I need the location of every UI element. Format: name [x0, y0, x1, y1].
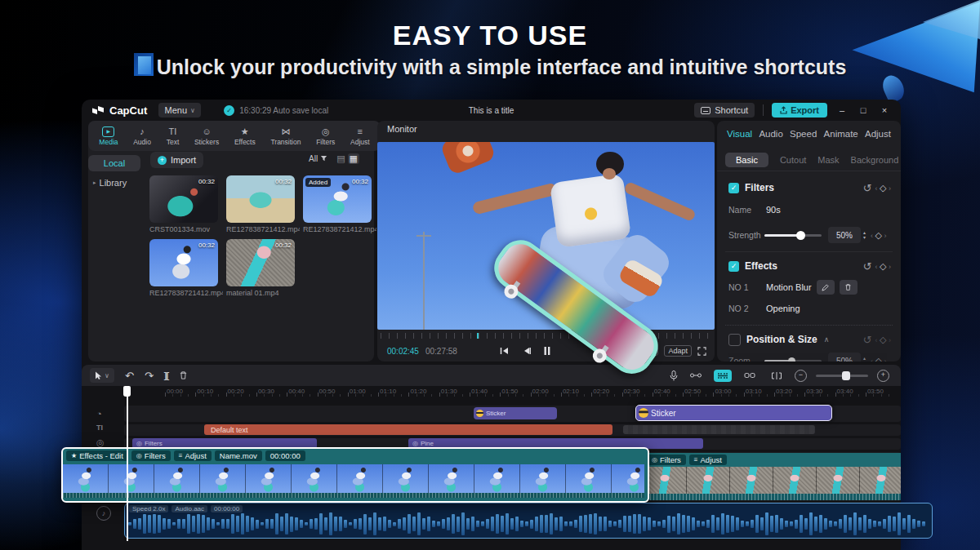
- media-tab-adjust[interactable]: ≡Adjust: [350, 126, 370, 146]
- undo-button[interactable]: ↶: [125, 370, 134, 382]
- properties-tab-visual[interactable]: Visual: [727, 129, 752, 139]
- clip-badge: ≡Adjust: [174, 450, 212, 461]
- text-clip[interactable]: Default text: [204, 424, 612, 435]
- media-thumbnail[interactable]: 00:32Added: [303, 175, 372, 223]
- zoom-slider[interactable]: [764, 360, 822, 362]
- cursor-icon: [95, 371, 102, 380]
- import-button[interactable]: + Import: [150, 152, 203, 168]
- funnel-icon[interactable]: [320, 155, 327, 162]
- properties-tab-animate[interactable]: Animate: [824, 129, 858, 139]
- skip-start-icon[interactable]: [500, 347, 509, 355]
- strength-stepper[interactable]: ▴▾: [863, 230, 866, 240]
- media-tab-transition[interactable]: ⋈Transition: [270, 126, 301, 146]
- reset-icon[interactable]: ↺: [863, 260, 872, 273]
- shortcut-button[interactable]: Shortcut: [694, 103, 755, 118]
- media-tab-media[interactable]: ▶Media: [99, 126, 118, 146]
- link-clips-icon[interactable]: [741, 370, 759, 382]
- shortcut-label: Shortcut: [715, 105, 748, 115]
- voiceover-mic-icon[interactable]: [670, 370, 678, 381]
- tab-label: Filters: [316, 138, 335, 146]
- media-tab-audio[interactable]: ♪Audio: [133, 126, 151, 146]
- source-local[interactable]: Local: [88, 155, 140, 171]
- subtab-cutout[interactable]: Cutout: [780, 155, 806, 165]
- strength-value[interactable]: 50%: [828, 227, 861, 243]
- name-value[interactable]: 90s: [766, 205, 781, 215]
- properties-tab-speed[interactable]: Speed: [790, 129, 817, 139]
- media-filename: RE127838721412.mp4: [303, 225, 376, 233]
- media-thumbnail[interactable]: 00:32: [149, 239, 218, 286]
- media-thumbnail[interactable]: 00:32: [226, 239, 295, 286]
- redo-button[interactable]: ↷: [145, 370, 154, 382]
- source-library[interactable]: ▸Library: [93, 178, 127, 188]
- keyframe-control[interactable]: ‹ ◇ ›: [875, 261, 891, 272]
- keyframe-control[interactable]: ‹ ◇ ›: [871, 356, 886, 362]
- select-tool-button[interactable]: ∨: [90, 368, 114, 383]
- reset-icon[interactable]: ↺: [863, 334, 872, 346]
- media-tab-effects[interactable]: ★Effects: [234, 126, 256, 146]
- prev-frame-icon[interactable]: [522, 347, 531, 355]
- duration-badge: 00:32: [275, 178, 292, 185]
- menu-button[interactable]: Menu∨: [158, 103, 201, 118]
- properties-tab-audio[interactable]: Audio: [759, 129, 782, 139]
- minimize-button[interactable]: –: [835, 105, 849, 115]
- zoom-value[interactable]: 50%: [828, 353, 861, 361]
- keyframe-control[interactable]: ‹ ◇ ›: [875, 183, 891, 193]
- properties-tab-adjust[interactable]: Adjust: [865, 129, 891, 139]
- subtab-basic[interactable]: Basic: [725, 153, 768, 167]
- zoom-out-icon[interactable]: −: [795, 370, 807, 382]
- adapt-button[interactable]: Adapt: [664, 345, 692, 357]
- filters-checkbox[interactable]: ✓: [728, 183, 739, 193]
- effect-name[interactable]: Opening: [766, 304, 800, 313]
- media-tab-text[interactable]: TIText: [167, 126, 180, 146]
- fullscreen-icon[interactable]: [697, 347, 706, 356]
- document-title: This is a title: [469, 106, 514, 115]
- keyframe-control[interactable]: ‹ ◇ ›: [871, 230, 886, 241]
- effect-name[interactable]: Motion Blur: [766, 282, 812, 292]
- export-button[interactable]: Export: [772, 103, 827, 118]
- film-frame: [474, 464, 520, 493]
- delete-button[interactable]: [179, 370, 188, 380]
- keyframe-control[interactable]: ‹ ◇ ›: [875, 335, 891, 345]
- subtab-mask[interactable]: Mask: [817, 155, 839, 165]
- zoom-stepper[interactable]: ▴▾: [863, 356, 866, 361]
- snap-icon[interactable]: [687, 370, 705, 382]
- playhead-handle[interactable]: [123, 386, 131, 397]
- video-clip-selected[interactable]: ★Effects - Edit◎Filters≡AdjustName.mov00…: [61, 447, 649, 503]
- list-view-icon[interactable]: ▤: [336, 153, 345, 164]
- effects-checkbox[interactable]: ✓: [728, 261, 739, 272]
- collapse-icon[interactable]: ∧: [824, 335, 830, 344]
- media-thumbnail[interactable]: 00:32: [149, 175, 218, 223]
- text-track-icon: TI: [96, 424, 103, 432]
- adjust-icon: ≡: [179, 452, 183, 459]
- strength-slider[interactable]: [764, 234, 822, 237]
- delete-effect-button[interactable]: [840, 280, 858, 295]
- filter-all-button[interactable]: All: [309, 154, 318, 163]
- position-size-checkbox[interactable]: [728, 334, 741, 346]
- grid-view-icon[interactable]: ▦: [348, 153, 359, 164]
- muted-text-clip[interactable]: [623, 425, 815, 434]
- tab-label: Stickers: [194, 138, 219, 146]
- media-thumbnail[interactable]: 00:32: [226, 175, 295, 223]
- ripple-edit-icon[interactable]: [768, 370, 786, 382]
- media-tab-stickers[interactable]: ☺Stickers: [194, 126, 219, 146]
- pause-icon[interactable]: [544, 347, 550, 355]
- export-label: Export: [791, 105, 819, 115]
- audio-clip[interactable]: Speed 2.0xAudio.aac00:00:00: [124, 503, 933, 539]
- sticker-clip[interactable]: Sticker: [474, 407, 557, 419]
- timeline-zoom-slider[interactable]: [816, 375, 868, 377]
- sticker-clip-selected[interactable]: Sticker: [635, 405, 832, 421]
- close-button[interactable]: ×: [878, 105, 891, 115]
- position-size-label: Position & Size: [746, 334, 817, 345]
- timeline-ruler[interactable]: 00:0000:1000:2000:3000:4000:5001:0001:10…: [124, 386, 901, 398]
- zoom-in-icon[interactable]: +: [877, 370, 889, 382]
- subtab-background[interactable]: Background: [851, 155, 899, 165]
- filters-icon: ◎: [322, 126, 330, 137]
- titlebar-divider: [763, 104, 764, 116]
- video-clip[interactable]: ◎Filters≡Adjust: [644, 453, 901, 500]
- reset-icon[interactable]: ↺: [863, 182, 872, 194]
- main-track-magnet-icon[interactable]: [714, 370, 732, 382]
- media-tab-filters[interactable]: ◎Filters: [316, 126, 335, 146]
- maximize-button[interactable]: □: [857, 105, 870, 115]
- split-button[interactable]: ][: [164, 370, 168, 380]
- edit-effect-button[interactable]: [817, 280, 835, 295]
